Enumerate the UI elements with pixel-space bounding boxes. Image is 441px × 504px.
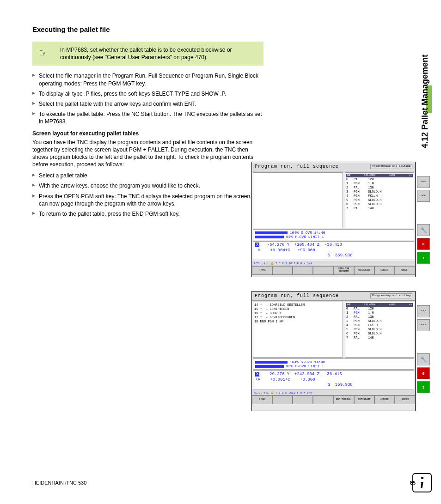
- step-list-2: Select a pallet table.With the arrow key…: [32, 172, 263, 218]
- softkey-fmax[interactable]: F MAX: [252, 266, 272, 275]
- softkey-on-off[interactable]: ⊙ONOFF: [374, 395, 395, 404]
- list-item: Select the file manager in the Program R…: [32, 72, 263, 87]
- override-display: 104% S-OVR 14:40 93% F-OVR LIMIT 1: [253, 358, 414, 370]
- screen-submode: Programming and editing: [370, 293, 412, 298]
- screen-mode: Program run, full sequence: [255, 293, 339, 298]
- softkey-autostart[interactable]: AUTOSTART: [354, 395, 374, 404]
- list-item: To return to the pallet table, press the…: [32, 210, 263, 218]
- paragraph: You can have the TNC display the program…: [32, 139, 263, 169]
- list-item: To display all type .P files, press the …: [32, 90, 263, 97]
- side-icon[interactable]: 〰: [417, 305, 430, 317]
- screen-mode: Program run, full sequence: [255, 164, 339, 169]
- page-footer: HEIDENHAIN iTNC 530 85: [32, 480, 416, 486]
- softkey-row: F MAX OPEN THE PROGRAM AUTOSTART ⊙ONOFF …: [252, 266, 415, 275]
- softkey-on-off[interactable]: ⊙ONOFF: [374, 266, 395, 275]
- pallet-pane: NRPAL/PGMNAME>> 0PAL1201PGM1.H2PAL1303PG…: [345, 302, 414, 358]
- side-icon[interactable]: 🔧: [417, 353, 430, 365]
- softkey-toggle[interactable]: ▯ONOFF: [395, 395, 415, 404]
- list-item: Press the OPEN PGM soft key: The TNC dis…: [32, 193, 263, 207]
- note-text: In MP7683, set whether the pallet table …: [60, 47, 232, 61]
- stop-indicator[interactable]: 0: [417, 238, 430, 250]
- side-icon[interactable]: 〰: [417, 176, 430, 188]
- tnc-screenshot-2: Program run, full sequence Programming a…: [251, 291, 416, 411]
- override-display: 104% S-OVR 14:40 93% F-OVR LIMIT 1: [253, 229, 414, 240]
- status-line: ACTL. ⊕:1 🔒 T 5 Z S 2012 F 0 M 5/9: [252, 390, 415, 395]
- note-box: ☞ In MP7683, set whether the pallet tabl…: [32, 42, 263, 66]
- status-line: ACTL. ⊕:1 🔒 T 5 Z S 2012 F 0 M 5/9: [252, 261, 415, 266]
- step-list-1: Select the file manager in the Program R…: [32, 72, 263, 125]
- list-item: Select the pallet table with the arrow k…: [32, 100, 263, 108]
- screen-submode: Programming and editing: [370, 164, 412, 169]
- program-pane: [253, 172, 343, 228]
- subheading: Screen layout for executing pallet table…: [32, 130, 263, 137]
- program-pane: 14 * - BOHRBILD ERSTELLEN 15 * - ZENTRIE…: [253, 302, 343, 358]
- side-icon[interactable]: 〰: [417, 319, 430, 331]
- side-tab: 4.12 Pallet Management: [418, 25, 432, 178]
- list-item: With the arrow keys, choose the program …: [32, 182, 263, 189]
- softkey-end-pgm[interactable]: END PGM→PAL: [334, 395, 354, 404]
- softkey-toggle[interactable]: ▯ONOFF: [395, 266, 415, 275]
- softkey-autostart[interactable]: AUTOSTART: [354, 266, 374, 275]
- side-icon[interactable]: 🔧: [417, 224, 430, 236]
- tnc-screenshot-1: Program run, full sequence Programming a…: [251, 162, 416, 277]
- position-display: X -54.276 Y +205.404 Z -36.413 A +0.004+…: [253, 241, 414, 260]
- list-item: To execute the pallet table: Press the N…: [32, 110, 263, 125]
- softkey-row: F MAX END PGM→PAL AUTOSTART ⊙ONOFF ▯ONOF…: [252, 395, 415, 404]
- softkey-fmax[interactable]: F MAX: [252, 395, 272, 404]
- hand-icon: ☞: [39, 46, 48, 60]
- start-indicator[interactable]: I: [417, 252, 430, 264]
- product-name: HEIDENHAIN iTNC 530: [32, 480, 86, 486]
- pallet-pane: NRPAL/PGMNAME>> 0PAL1201PGM1.H2PAL1303PG…: [345, 172, 414, 228]
- list-item: Select a pallet table.: [32, 172, 263, 179]
- start-indicator[interactable]: I: [417, 381, 430, 393]
- stop-indicator[interactable]: 0: [417, 367, 430, 379]
- softkey-open-pgm[interactable]: OPEN THE PROGRAM: [334, 266, 354, 275]
- info-icon: ı: [412, 473, 432, 492]
- page-title: Executing the pallet file: [32, 25, 263, 33]
- position-display: X -29.276 Y +242.904 Z -36.413 +A +0.001…: [253, 370, 414, 389]
- side-icon[interactable]: 〰: [417, 190, 430, 202]
- side-tab-label: 4.12 Pallet Management: [420, 55, 430, 148]
